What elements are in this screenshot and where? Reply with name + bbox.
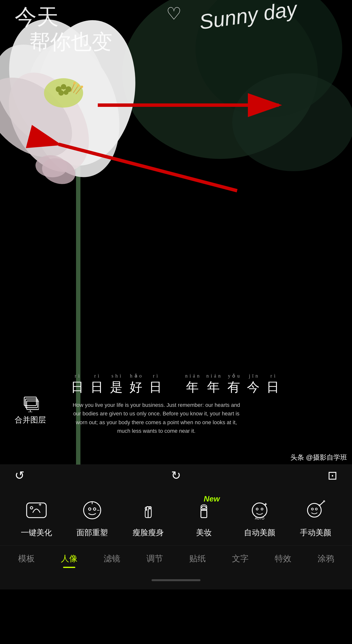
svg-text:帮你也变: 帮你也变 — [29, 30, 112, 53]
tab-template-label: 模板 — [18, 553, 35, 564]
big-chinese-text: rì日 rì日 shì是 hǎo好 rì日 nián年 nián年 yǒu有 j… — [71, 373, 281, 396]
svg-text:AUTO: AUTO — [255, 516, 264, 520]
svg-rect-44 — [201, 510, 207, 518]
tab-sticker[interactable]: 贴纸 — [180, 553, 214, 568]
auto-beauty-label: 自动美颜 — [244, 528, 275, 538]
tool-one-click-beauty[interactable]: 一键美化 — [17, 498, 56, 538]
svg-point-41 — [94, 508, 96, 510]
svg-point-38 — [30, 506, 33, 509]
svg-rect-34 — [26, 399, 38, 408]
chinese-text-overlay: rì日 rì日 shì是 hǎo好 rì日 nián年 nián年 yǒu有 j… — [71, 373, 281, 435]
svg-point-52 — [312, 508, 314, 510]
watermark: 头条 @摄影自学班 — [286, 450, 352, 464]
english-quote: How you live your life is your business.… — [71, 401, 242, 435]
tab-paint[interactable]: 涂鸦 — [309, 553, 343, 568]
tab-filter-label: 滤镜 — [104, 553, 120, 564]
tool-manual-beauty[interactable]: 手动美颜 — [296, 498, 335, 538]
svg-point-48 — [256, 508, 258, 510]
svg-point-53 — [315, 508, 317, 510]
home-bar — [152, 579, 200, 581]
crop-button[interactable]: ⊡ — [328, 468, 337, 482]
svg-point-22 — [81, 86, 83, 88]
svg-point-21 — [73, 82, 76, 84]
makeup-label: 美妆 — [196, 528, 212, 538]
photo-area: 今天 帮你也变 Sunny day ♡ 合并图层 rì日 rì日 shì是 — [0, 0, 352, 464]
manual-beauty-icon-wrapper — [303, 498, 328, 522]
svg-point-47 — [252, 503, 267, 518]
tab-filter[interactable]: 滤镜 — [95, 553, 129, 568]
face-reshape-label: 面部重塑 — [76, 528, 108, 538]
tab-paint-label: 涂鸦 — [318, 553, 334, 564]
slim-face-icon-wrapper — [136, 498, 160, 522]
slim-face-label: 瘦脸瘦身 — [132, 528, 164, 538]
tab-sticker-label: 贴纸 — [189, 553, 206, 564]
tab-portrait-underline — [63, 567, 75, 568]
tab-text[interactable]: 文字 — [223, 553, 258, 568]
tool-auto-beauty[interactable]: AUTO 自动美颜 — [240, 498, 279, 538]
auto-beauty-icon-wrapper: AUTO — [248, 498, 272, 522]
tab-adjust[interactable]: 调节 — [138, 553, 172, 568]
merge-layer-label: 合并图层 — [15, 415, 46, 426]
home-indicator — [0, 573, 352, 590]
tab-adjust-label: 调节 — [146, 553, 163, 564]
merge-layer-button[interactable]: 合并图层 — [15, 395, 46, 426]
tool-face-reshape[interactable]: 面部重塑 — [72, 498, 112, 538]
svg-line-54 — [320, 502, 324, 505]
new-badge: New — [204, 494, 220, 504]
svg-point-13 — [61, 84, 66, 90]
svg-text:♡: ♡ — [166, 4, 182, 23]
svg-point-15 — [58, 90, 64, 96]
svg-point-20 — [77, 84, 80, 87]
tab-template[interactable]: 模板 — [9, 553, 44, 568]
tools-grid: 一键美化 面部重塑 — [0, 498, 352, 538]
face-reshape-icon-wrapper — [80, 498, 104, 522]
tab-effect[interactable]: 特效 — [266, 553, 300, 568]
svg-point-16 — [64, 90, 68, 95]
one-click-beauty-label: 一键美化 — [21, 528, 52, 538]
nav-tabs: 模板 人像 滤镜 调节 贴纸 文字 特效 涂鸦 — [0, 546, 352, 573]
tool-makeup[interactable]: New 美妆 — [184, 498, 224, 538]
redo-button[interactable]: ↻ — [171, 468, 181, 482]
svg-text:今天: 今天 — [15, 5, 59, 29]
svg-rect-37 — [27, 503, 46, 518]
manual-beauty-label: 手动美颜 — [300, 528, 331, 538]
tab-portrait-label: 人像 — [61, 553, 78, 564]
makeup-icon-wrapper: New — [192, 498, 216, 522]
svg-point-3 — [232, 73, 352, 171]
svg-point-55 — [323, 500, 325, 502]
merge-layer-icon — [22, 395, 39, 412]
undo-bar: ↺ ↻ ⊡ — [0, 464, 352, 486]
tab-text-label: 文字 — [232, 553, 248, 564]
svg-point-49 — [261, 508, 263, 510]
tab-effect-label: 特效 — [275, 553, 292, 564]
undo-button[interactable]: ↺ — [15, 468, 24, 482]
tool-slim-face[interactable]: 瘦脸瘦身 — [128, 498, 168, 538]
tools-area: 一键美化 面部重塑 — [0, 486, 352, 546]
tab-portrait[interactable]: 人像 — [52, 553, 86, 568]
svg-point-40 — [88, 508, 91, 510]
one-click-beauty-icon-wrapper — [24, 498, 49, 522]
